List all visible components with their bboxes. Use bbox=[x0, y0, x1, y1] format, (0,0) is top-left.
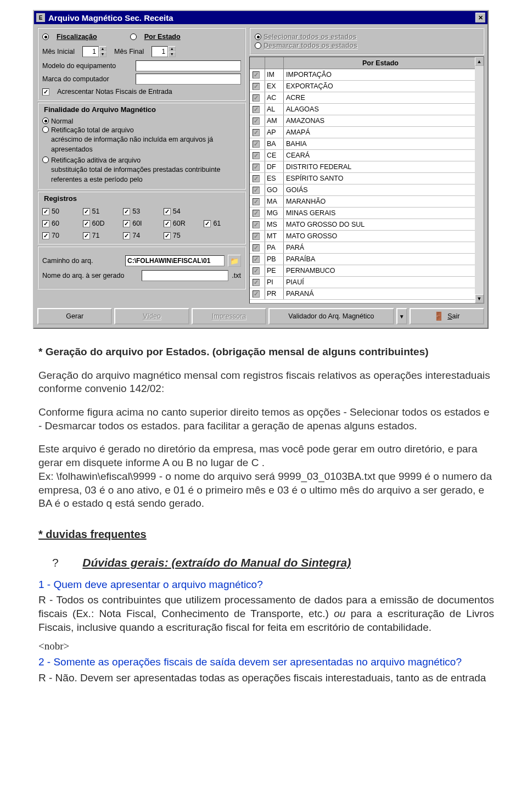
reg-item-75[interactable]: 75 bbox=[164, 232, 201, 239]
mes-inicial-down[interactable]: ▼ bbox=[99, 52, 106, 57]
state-row-PI[interactable]: PIPIAUÍ bbox=[250, 277, 475, 288]
mes-inicial-spinner[interactable]: ▲▼ bbox=[82, 46, 106, 57]
state-row-MT[interactable]: MTMATO GROSSO bbox=[250, 231, 475, 242]
acrescentar-checkbox[interactable] bbox=[42, 88, 49, 96]
reg-check-51[interactable] bbox=[83, 208, 90, 215]
state-check-PR[interactable] bbox=[253, 290, 260, 298]
state-row-AC[interactable]: ACACRE bbox=[250, 92, 475, 104]
reg-check-54[interactable] bbox=[164, 208, 171, 215]
states-scrollbar[interactable]: ▲ ▼ bbox=[475, 57, 484, 303]
state-check-AC[interactable] bbox=[253, 94, 260, 102]
radio-por-estado[interactable] bbox=[130, 33, 137, 40]
mes-inicial-up[interactable]: ▲ bbox=[99, 46, 106, 52]
marca-input[interactable] bbox=[136, 74, 241, 85]
mes-inicial-input[interactable] bbox=[82, 46, 99, 57]
reg-check-75[interactable] bbox=[164, 232, 171, 239]
state-row-AP[interactable]: APAMAPÁ bbox=[250, 127, 475, 138]
state-row-BA[interactable]: BABAHIA bbox=[250, 138, 475, 150]
reg-item-71[interactable]: 71 bbox=[83, 232, 120, 239]
reg-item-50[interactable]: 50 bbox=[42, 208, 80, 215]
reg-check-60[interactable] bbox=[42, 220, 49, 227]
reg-item-60D[interactable]: 60D bbox=[83, 220, 120, 227]
state-row-PE[interactable]: PEPERNAMBUCO bbox=[250, 265, 475, 277]
reg-check-74[interactable] bbox=[123, 232, 130, 239]
reg-check-60D[interactable] bbox=[83, 220, 90, 227]
reg-check-60R[interactable] bbox=[164, 220, 171, 227]
state-check-GO[interactable] bbox=[253, 187, 260, 194]
scroll-down-icon[interactable]: ▼ bbox=[475, 294, 484, 303]
state-row-PB[interactable]: PBPARAÍBA bbox=[250, 254, 475, 265]
state-row-IM[interactable]: IMIMPORTAÇÃO bbox=[250, 69, 475, 81]
validador-dropdown-icon[interactable]: ▼ bbox=[396, 308, 407, 324]
close-icon[interactable]: ✕ bbox=[475, 13, 485, 23]
state-check-CE[interactable] bbox=[253, 152, 260, 159]
browse-folder-icon[interactable]: 📁 bbox=[228, 255, 241, 267]
state-check-PI[interactable] bbox=[253, 279, 260, 286]
state-row-MG[interactable]: MGMINAS GERAIS bbox=[250, 208, 475, 219]
reg-check-61[interactable] bbox=[204, 220, 211, 227]
faq-a1: R - Todos os contribuintes que utilizem … bbox=[38, 593, 494, 634]
state-check-PB[interactable] bbox=[253, 256, 260, 263]
state-row-PR[interactable]: PRPARANÁ bbox=[250, 288, 475, 300]
state-check-AP[interactable] bbox=[253, 129, 260, 136]
state-check-MA[interactable] bbox=[253, 198, 260, 205]
state-code-ES: ES bbox=[265, 173, 284, 184]
gerar-button[interactable]: Gerar bbox=[37, 308, 112, 324]
reg-check-71[interactable] bbox=[83, 232, 90, 239]
state-check-MS[interactable] bbox=[253, 221, 260, 228]
state-row-MS[interactable]: MSMATO GROSSO DO SUL bbox=[250, 219, 475, 231]
state-row-DF[interactable]: DFDISTRITO FEDERAL bbox=[250, 161, 475, 173]
radio-retif-aditiva[interactable] bbox=[42, 156, 49, 163]
reg-item-74[interactable]: 74 bbox=[123, 232, 160, 239]
validador-button[interactable]: Validador do Arq. Magnético bbox=[268, 308, 394, 324]
state-check-PA[interactable] bbox=[253, 244, 260, 251]
state-check-AL[interactable] bbox=[253, 106, 260, 113]
state-row-AL[interactable]: ALALAGOAS bbox=[250, 104, 475, 115]
radio-deselect-all[interactable] bbox=[255, 42, 261, 49]
radio-select-all[interactable] bbox=[255, 33, 261, 40]
reg-item-54[interactable]: 54 bbox=[164, 208, 201, 215]
reg-check-53[interactable] bbox=[123, 208, 130, 215]
reg-check-70[interactable] bbox=[42, 232, 49, 239]
state-row-PA[interactable]: PAPARÁ bbox=[250, 242, 475, 254]
state-check-PE[interactable] bbox=[253, 267, 260, 275]
reg-item-60R[interactable]: 60R bbox=[164, 220, 201, 227]
reg-item-53[interactable]: 53 bbox=[123, 208, 160, 215]
radio-retif-total[interactable] bbox=[42, 126, 49, 133]
state-check-IM[interactable] bbox=[253, 71, 260, 79]
reg-item-51[interactable]: 51 bbox=[83, 208, 120, 215]
reg-check-50[interactable] bbox=[42, 208, 49, 215]
mes-final-down[interactable]: ▼ bbox=[168, 52, 176, 57]
radio-fiscalizacao[interactable] bbox=[42, 33, 49, 40]
state-check-AM[interactable] bbox=[253, 117, 260, 125]
state-row-CE[interactable]: CECEARÁ bbox=[250, 150, 475, 161]
modelo-input[interactable] bbox=[136, 60, 241, 71]
reg-item-61[interactable]: 61 bbox=[204, 220, 241, 227]
mes-final-spinner[interactable]: ▲▼ bbox=[152, 46, 176, 57]
state-check-MG[interactable] bbox=[253, 210, 260, 217]
reg-item-60[interactable]: 60 bbox=[42, 220, 80, 227]
impressora-button[interactable]: Impressora bbox=[192, 308, 266, 324]
caminho-input[interactable] bbox=[125, 255, 225, 266]
state-check-DF[interactable] bbox=[253, 164, 260, 171]
state-check-BA[interactable] bbox=[253, 141, 260, 148]
state-row-EX[interactable]: EXEXPORTAÇÃO bbox=[250, 81, 475, 92]
radio-normal[interactable] bbox=[42, 117, 49, 124]
scroll-up-icon[interactable]: ▲ bbox=[475, 57, 484, 66]
video-button[interactable]: Vídeo bbox=[114, 308, 189, 324]
reg-item-60I[interactable]: 60I bbox=[123, 220, 160, 227]
state-row-ES[interactable]: ESESPÍRITO SANTO bbox=[250, 173, 475, 184]
mes-final-up[interactable]: ▲ bbox=[168, 46, 176, 52]
sair-button[interactable]: 🚪 Sair bbox=[410, 308, 484, 324]
state-row-MA[interactable]: MAMARANHÃO bbox=[250, 196, 475, 208]
nome-input[interactable] bbox=[142, 270, 228, 281]
state-code-AL: AL bbox=[265, 104, 284, 115]
state-row-GO[interactable]: GOGOIÁS bbox=[250, 184, 475, 196]
state-row-AM[interactable]: AMAMAZONAS bbox=[250, 115, 475, 127]
state-check-EX[interactable] bbox=[253, 83, 260, 90]
state-check-ES[interactable] bbox=[253, 175, 260, 182]
reg-item-70[interactable]: 70 bbox=[42, 232, 80, 239]
state-check-MT[interactable] bbox=[253, 233, 260, 240]
mes-final-input[interactable] bbox=[152, 46, 168, 57]
reg-check-60I[interactable] bbox=[123, 220, 130, 227]
